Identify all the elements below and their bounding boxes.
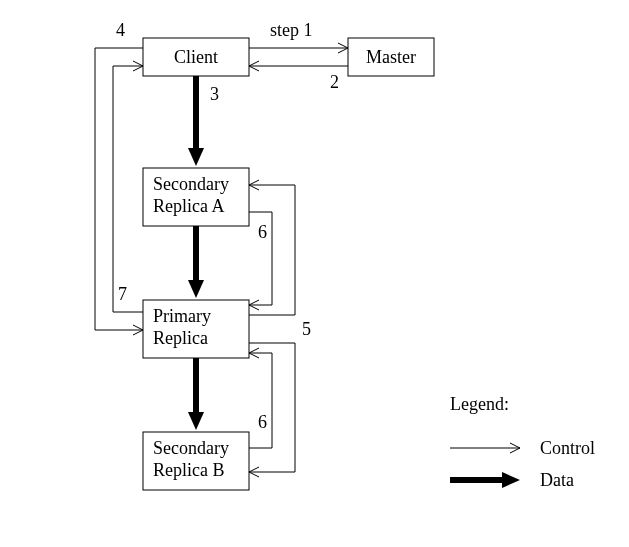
edge-6a-label: 6 bbox=[258, 222, 267, 242]
node-master: Master bbox=[348, 38, 434, 76]
legend-title: Legend: bbox=[450, 394, 509, 414]
edge-2-label: 2 bbox=[330, 72, 339, 92]
edge-4-label: 4 bbox=[116, 20, 125, 40]
node-primary-label-1: Primary bbox=[153, 306, 211, 326]
node-master-label: Master bbox=[366, 47, 416, 67]
edge-7 bbox=[113, 66, 143, 312]
node-secondary-b-label-2: Replica B bbox=[153, 460, 224, 480]
node-secondary-b-label-1: Secondary bbox=[153, 438, 229, 458]
node-secondary-b: Secondary Replica B bbox=[143, 432, 249, 490]
edge-step1-label: step 1 bbox=[270, 20, 313, 40]
legend: Legend: Control Data bbox=[450, 394, 595, 490]
edge-6b-label: 6 bbox=[258, 412, 267, 432]
edge-7-label: 7 bbox=[118, 284, 127, 304]
node-client: Client bbox=[143, 38, 249, 76]
node-primary-label-2: Replica bbox=[153, 328, 208, 348]
node-secondary-a-label-1: Secondary bbox=[153, 174, 229, 194]
node-secondary-a: Secondary Replica A bbox=[143, 168, 249, 226]
legend-data-label: Data bbox=[540, 470, 574, 490]
edge-3-label: 3 bbox=[210, 84, 219, 104]
diagram-canvas: Client Master Secondary Replica A Primar… bbox=[0, 0, 629, 547]
node-client-label: Client bbox=[174, 47, 218, 67]
legend-control-label: Control bbox=[540, 438, 595, 458]
node-secondary-a-label-2: Replica A bbox=[153, 196, 224, 216]
node-primary: Primary Replica bbox=[143, 300, 249, 358]
edge-6b bbox=[249, 353, 272, 448]
edge-5-label: 5 bbox=[302, 319, 311, 339]
